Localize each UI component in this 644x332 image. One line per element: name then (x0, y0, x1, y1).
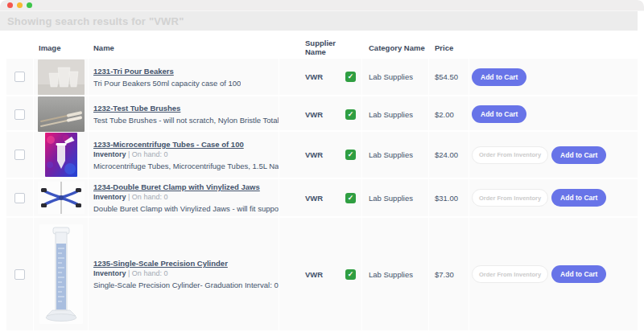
minimize-window-icon[interactable] (17, 2, 23, 8)
actions-cell: Order From Inventory Add to Cart (469, 218, 638, 330)
close-window-icon[interactable] (7, 2, 13, 8)
supplier-name: VWR (305, 110, 323, 119)
supplier-cell: VWR ✓ (279, 218, 362, 330)
header-price: Price (429, 36, 469, 59)
name-cell: 1233-Microcentrifuge Tubes - Case of 100… (89, 132, 279, 178)
search-results-text: Showing search results for "VWR" (7, 15, 184, 27)
price-value: $7.30 (435, 270, 454, 279)
supplier-verified-check-icon: ✓ (345, 72, 356, 82)
inventory-on-hand: | On hand: 0 (128, 269, 167, 277)
category-cell: Lab Supplies (362, 218, 429, 330)
product-description: Double Buret Clamp with Vinylized Jaws -… (93, 204, 279, 213)
supplier-cell: VWR ✓ (279, 96, 362, 132)
image-cell (34, 59, 89, 95)
inventory-label: Inventory (93, 150, 126, 158)
category-name: Lab Supplies (369, 194, 413, 203)
product-name-link[interactable]: 1233-Microcentrifuge Tubes - Case of 100 (93, 140, 279, 149)
category-name: Lab Supplies (369, 110, 413, 119)
supplier-verified-check-icon: ✓ (345, 269, 356, 280)
product-image (38, 96, 85, 132)
supplier-cell: VWR ✓ (279, 59, 362, 95)
name-cell: 1234-Double Buret Clamp with Vinylized J… (89, 179, 279, 216)
product-name-link[interactable]: 1232-Test Tube Brushes (93, 104, 279, 113)
inventory-line: Inventory | On hand: 0 (93, 193, 279, 201)
checkbox-cell (6, 96, 34, 132)
row-select-checkbox[interactable] (14, 269, 25, 280)
search-results-banner: Showing search results for "VWR" (0, 11, 638, 31)
header-actions-cell (469, 36, 638, 59)
name-cell: 1232-Test Tube Brushes Test Tube Brushes… (89, 96, 279, 132)
category-cell: Lab Supplies (362, 179, 429, 216)
product-name-link[interactable]: 1234-Double Buret Clamp with Vinylized J… (93, 182, 279, 191)
maximize-window-icon[interactable] (27, 2, 32, 8)
order-from-inventory-button[interactable]: Order From Inventory (472, 265, 548, 283)
supplier-verified-check-icon: ✓ (345, 150, 356, 160)
image-cell (34, 218, 89, 330)
header-category-name: Category Name (362, 36, 429, 59)
inventory-on-hand: | On hand: 0 (128, 193, 167, 201)
product-image (38, 59, 85, 95)
category-cell: Lab Supplies (362, 96, 429, 132)
actions-cell: Add to Cart (469, 59, 638, 95)
category-cell: Lab Supplies (362, 59, 429, 95)
product-description: Tri Pour Beakers 50ml capacity case of 1… (93, 79, 241, 88)
supplier-name: VWR (305, 270, 323, 279)
checkbox-cell (6, 218, 34, 330)
add-to-cart-button[interactable]: Add to Cart (472, 105, 526, 123)
supplier-name: VWR (305, 72, 323, 81)
checkbox-cell (6, 59, 34, 95)
add-to-cart-button[interactable]: Add to Cart (551, 265, 606, 283)
order-from-inventory-button[interactable]: Order From Inventory (472, 189, 548, 207)
add-to-cart-button[interactable]: Add to Cart (551, 146, 606, 164)
product-name-link[interactable]: 1235-Single-Scale Precision Cylinder (93, 259, 279, 268)
inventory-label: Inventory (93, 269, 126, 277)
price-cell: $7.30 (429, 218, 469, 330)
inventory-line: Inventory | On hand: 0 (93, 150, 279, 158)
header-name: Name (89, 36, 279, 59)
table-row: 1232-Test Tube Brushes Test Tube Brushes… (6, 96, 638, 132)
price-value: $54.50 (435, 72, 458, 81)
checkbox-cell (6, 132, 34, 178)
table-header-row: Image Name Supplier Name Category Name P… (6, 36, 638, 59)
category-name: Lab Supplies (369, 270, 413, 279)
header-supplier-name: Supplier Name (279, 36, 362, 59)
row-select-checkbox[interactable] (14, 150, 25, 160)
price-value: $31.00 (435, 194, 458, 203)
add-to-cart-button[interactable]: Add to Cart (472, 68, 526, 86)
price-cell: $54.50 (429, 59, 469, 95)
supplier-verified-check-icon: ✓ (345, 193, 356, 203)
price-cell: $24.00 (429, 132, 469, 178)
name-cell: 1235-Single-Scale Precision Cylinder Inv… (89, 218, 279, 330)
category-name: Lab Supplies (369, 72, 413, 81)
product-image (45, 133, 77, 177)
actions-cell: Add to Cart (469, 96, 638, 132)
product-description: Test Tube Brushes - will not scratch, Ny… (93, 116, 279, 125)
search-results-table: Image Name Supplier Name Category Name P… (6, 36, 638, 332)
table-row: 1235-Single-Scale Precision Cylinder Inv… (6, 218, 638, 332)
price-cell: $31.00 (429, 179, 469, 216)
row-select-checkbox[interactable] (14, 72, 25, 82)
order-from-inventory-button[interactable]: Order From Inventory (472, 146, 548, 164)
product-image (39, 224, 83, 324)
image-cell (34, 179, 89, 216)
row-select-checkbox[interactable] (14, 109, 25, 120)
add-to-cart-button[interactable]: Add to Cart (551, 189, 606, 207)
app-window: { "colors": { "accent": "#6874e8", "veri… (0, 0, 644, 332)
supplier-verified-check-icon: ✓ (345, 109, 356, 120)
row-select-checkbox[interactable] (14, 193, 25, 203)
category-name: Lab Supplies (369, 150, 413, 159)
image-cell (34, 132, 89, 178)
product-description: Single-Scale Precision Cylinder- Graduat… (93, 281, 279, 289)
supplier-cell: VWR ✓ (279, 179, 362, 216)
inventory-label: Inventory (93, 193, 126, 201)
table-row: 1233-Microcentrifuge Tubes - Case of 100… (6, 132, 638, 179)
price-cell: $2.00 (429, 96, 469, 132)
inventory-on-hand: | On hand: 0 (128, 150, 167, 158)
inventory-line: Inventory | On hand: 0 (93, 269, 279, 277)
header-image: Image (34, 36, 89, 59)
supplier-name: VWR (305, 194, 323, 203)
name-cell: 1231-Tri Pour Beakers Tri Pour Beakers 5… (89, 59, 279, 95)
actions-cell: Order From Inventory Add to Cart (469, 132, 638, 178)
price-value: $24.00 (435, 150, 458, 159)
product-name-link[interactable]: 1231-Tri Pour Beakers (93, 67, 241, 76)
